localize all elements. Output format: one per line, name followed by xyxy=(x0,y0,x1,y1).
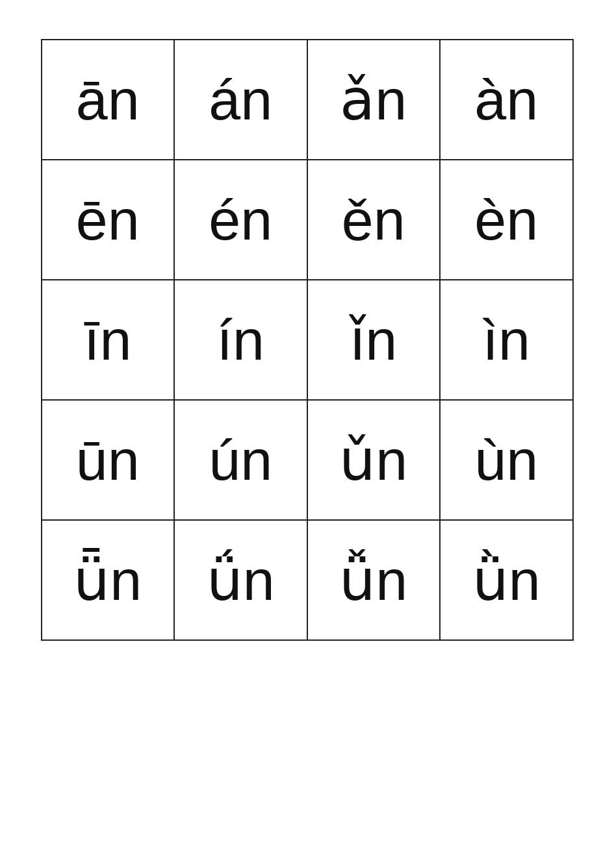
cell-r3-c0: ūn xyxy=(42,400,175,520)
cell-r4-c2: ǚn xyxy=(307,520,441,640)
cell-r4-c0: ǖn xyxy=(42,520,175,640)
cell-r1-c3: èn xyxy=(440,160,573,280)
cell-r4-c1: ǘn xyxy=(174,520,307,640)
cell-r1-c2: ěn xyxy=(307,160,441,280)
cell-r3-c3: ùn xyxy=(440,400,573,520)
cell-r2-c0: īn xyxy=(42,280,175,400)
cell-r3-c1: ún xyxy=(174,400,307,520)
table-row: īnínǐnìn xyxy=(42,280,573,400)
cell-r4-c3: ǜn xyxy=(440,520,573,640)
page-container: ānánǎnànēnéněnènīnínǐnìnūnúnǔnùnǖnǘnǚnǜn xyxy=(26,39,588,641)
cell-r0-c0: ān xyxy=(42,40,175,160)
cell-r2-c2: ǐn xyxy=(307,280,441,400)
table-row: ǖnǘnǚnǜn xyxy=(42,520,573,640)
cell-r3-c2: ǔn xyxy=(307,400,441,520)
cell-r2-c1: ín xyxy=(174,280,307,400)
cell-r1-c1: én xyxy=(174,160,307,280)
pinyin-table: ānánǎnànēnéněnènīnínǐnìnūnúnǔnùnǖnǘnǚnǜn xyxy=(41,39,574,641)
cell-r2-c3: ìn xyxy=(440,280,573,400)
table-row: ūnúnǔnùn xyxy=(42,400,573,520)
table-row: ānánǎnàn xyxy=(42,40,573,160)
cell-r1-c0: ēn xyxy=(42,160,175,280)
cell-r0-c3: àn xyxy=(440,40,573,160)
cell-r0-c1: án xyxy=(174,40,307,160)
table-row: ēnéněnèn xyxy=(42,160,573,280)
cell-r0-c2: ǎn xyxy=(307,40,441,160)
